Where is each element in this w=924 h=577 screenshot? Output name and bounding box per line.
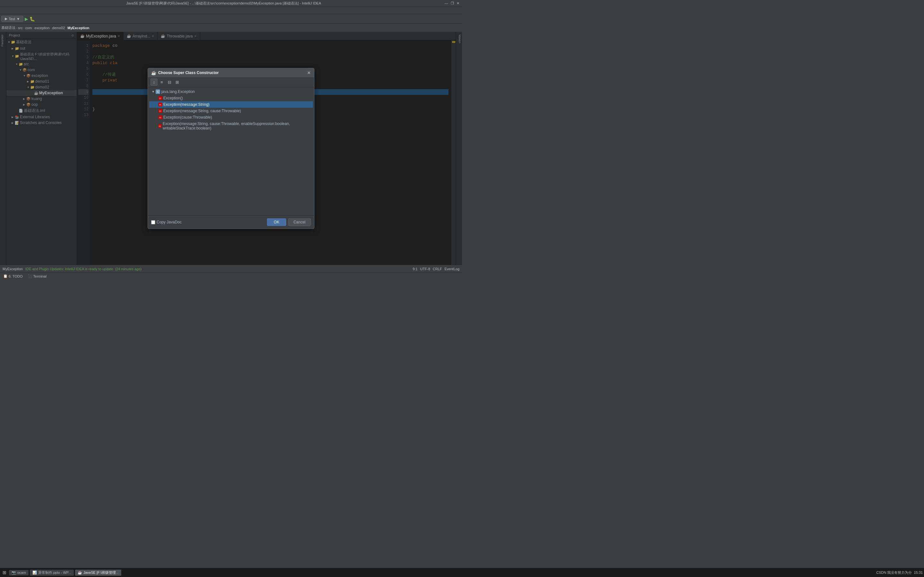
nav-tab-demo02[interactable]: demo02 (52, 26, 65, 30)
run-config-label: Test (9, 17, 15, 21)
nav-sep-1: › (16, 26, 17, 30)
method-icon-2: m (158, 103, 162, 106)
dialog-title: Choose Super Class Constructor (158, 71, 219, 75)
title-bar: JavaSE [F:\班级管理\网课\代码\JavaSE] - ...\基础语法… (0, 0, 462, 7)
todo-icon: 📋 (3, 274, 8, 278)
todo-label: 6: TODO (9, 274, 23, 278)
maximize-button[interactable]: ❐ (451, 1, 454, 5)
method-icon-1: m (158, 96, 162, 100)
copy-javadoc-checkbox-container: Copy JavaDoc (151, 220, 182, 224)
nav-sep-4: › (50, 26, 52, 30)
terminal-label: Terminal (33, 274, 47, 278)
tree-collapse-icon: ▼ (152, 90, 155, 93)
title-bar-text: JavaSE [F:\班级管理\网课\代码\JavaSE] - ...\基础语法… (3, 1, 445, 6)
dialog-java-icon: ☕ (151, 71, 156, 75)
dialog-view-button3[interactable]: ⊞ (174, 79, 181, 85)
method-icon-4: m (158, 115, 162, 119)
dialog-tree-item-4[interactable]: m Exception(cause:Throwable) (149, 114, 313, 121)
dialog-toolbar: ↕ ≡ ⊟ ⊞ (148, 77, 314, 87)
dialog-footer: Copy JavaDoc OK Cancel (148, 215, 314, 229)
run-config-arrow: ▼ (16, 17, 20, 21)
status-file-name: MyException (3, 267, 23, 271)
run-config-icon: ▶ (5, 17, 7, 21)
nav-sep-3: › (32, 26, 34, 30)
main-layout: Favorites Project ⚙ ▼ 📁 基础语法 ▶ 📁 out ▼ 📁… (0, 32, 462, 265)
method-icon-5: m (158, 124, 162, 128)
todo-tab[interactable]: 📋 6: TODO (1, 274, 25, 279)
status-position: 9:1 (413, 267, 417, 271)
bottom-bar: 📋 6: TODO ⬛ Terminal (0, 272, 462, 279)
method-label-1: Exception() (163, 96, 183, 100)
dialog-title-bar: ☕ Choose Super Class Constructor ✕ (148, 68, 314, 77)
copy-javadoc-label[interactable]: Copy JavaDoc (157, 220, 182, 224)
dialog-overlay: ☕ Choose Super Class Constructor ✕ ↕ ≡ ⊟… (0, 32, 462, 265)
dialog-close-button[interactable]: ✕ (307, 70, 311, 75)
nav-tab-exception[interactable]: exception (34, 26, 49, 30)
status-event-log[interactable]: EventLog (445, 267, 459, 271)
dialog-tree-item-1[interactable]: m Exception() (149, 95, 313, 101)
dialog-cancel-button[interactable]: Cancel (288, 218, 311, 226)
nav-tab-jichu[interactable]: 基础语法 (1, 25, 15, 30)
run-config[interactable]: ▶ Test ▼ (1, 16, 23, 22)
minimize-button[interactable]: — (445, 1, 448, 5)
parent-class-label: java.lang.Exception (162, 89, 195, 94)
dialog-title-area: ☕ Choose Super Class Constructor (151, 71, 219, 75)
method-label-4: Exception(cause:Throwable) (163, 115, 212, 119)
choose-constructor-dialog: ☕ Choose Super Class Constructor ✕ ↕ ≡ ⊟… (148, 68, 314, 229)
status-right: 9:1 UTF-8 CRLF EventLog (413, 267, 459, 271)
nav-tab-myexception[interactable]: MyException (67, 26, 89, 30)
status-bar: MyException IDE and Plugin Updates: Inte… (0, 265, 462, 272)
title-bar-controls: — ❐ ✕ (445, 1, 459, 5)
nav-breadcrumb: 基础语法 › src › com › exception › demo02 › … (0, 24, 462, 32)
dialog-view-button2[interactable]: ⊟ (166, 79, 173, 85)
method-label-3: Exception(message:String, cause:Throwabl… (163, 109, 241, 113)
toolbar: ▶ Test ▼ ▶ 🐛 (0, 14, 462, 24)
dialog-view-button1[interactable]: ≡ (158, 79, 165, 85)
method-label-2: Exception(message:String) (163, 102, 210, 107)
dialog-buttons: OK Cancel (267, 218, 311, 226)
status-message: IDE and Plugin Updates: IntelliJ IDEA is… (25, 267, 142, 271)
run-button[interactable]: ▶ (25, 16, 28, 21)
status-left: MyException IDE and Plugin Updates: Inte… (3, 267, 142, 271)
nav-tab-com[interactable]: com (25, 26, 32, 30)
terminal-tab[interactable]: ⬛ Terminal (26, 274, 49, 279)
dialog-tree-item-2[interactable]: m Exception(message:String) (149, 101, 313, 108)
copy-javadoc-checkbox[interactable] (151, 220, 155, 224)
method-icon-3: m (158, 109, 162, 113)
status-encoding: UTF-8 (420, 267, 430, 271)
nav-sep-5: › (65, 26, 67, 30)
nav-tab-src[interactable]: src (18, 26, 23, 30)
menu-bar (0, 7, 462, 14)
close-button[interactable]: ✕ (457, 1, 459, 5)
debug-button[interactable]: 🐛 (29, 16, 35, 21)
dialog-sort-button[interactable]: ↕ (150, 79, 158, 85)
nav-sep-2: › (23, 26, 25, 30)
dialog-body: ▼ C java.lang.Exception m Exception() m … (148, 87, 314, 215)
dialog-tree-parent[interactable]: ▼ C java.lang.Exception (149, 89, 313, 95)
class-icon: C (156, 89, 160, 94)
method-label-5: Exception(message:String, cause:Throwabl… (163, 121, 310, 131)
dialog-ok-button[interactable]: OK (267, 218, 286, 226)
dialog-tree-item-3[interactable]: m Exception(message:String, cause:Throwa… (149, 108, 313, 114)
status-linesep: CRLF (433, 267, 442, 271)
dialog-tree-item-5[interactable]: m Exception(message:String, cause:Throwa… (149, 121, 313, 131)
terminal-icon: ⬛ (28, 274, 32, 278)
